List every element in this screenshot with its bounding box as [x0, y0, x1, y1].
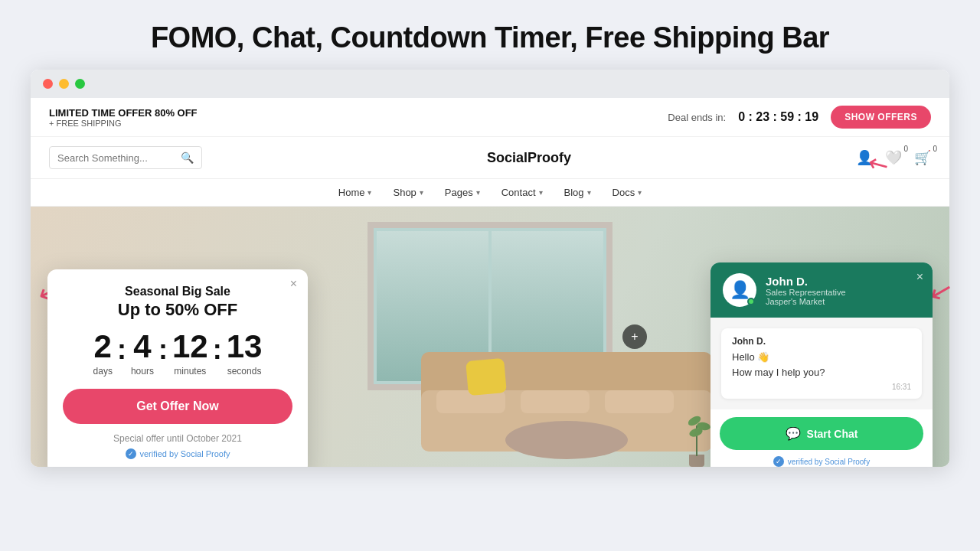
top-bar-right: Deal ends in: 0 : 23 : 59 : 19 SHOW OFFE… — [668, 106, 931, 129]
cart-count: 0 — [933, 145, 937, 153]
deal-ends-label: Deal ends in: — [668, 112, 726, 123]
start-chat-button[interactable]: 💬 Start Chat — [720, 417, 923, 450]
coffee-table — [505, 421, 628, 459]
sofa-cushion-2 — [521, 390, 590, 413]
offer-sub: + FREE SHIPPING — [49, 119, 198, 128]
fomo-separator-3: : — [213, 334, 222, 366]
bubble-timestamp: 16:31 — [732, 383, 911, 391]
fomo-minutes-label: minutes — [174, 366, 206, 377]
start-chat-label: Start Chat — [807, 428, 858, 440]
fomo-days-label: days — [93, 366, 113, 377]
fomo-seconds-label: seconds — [227, 366, 262, 377]
sofa-cushion-3 — [605, 390, 674, 413]
search-box[interactable]: 🔍 — [49, 146, 202, 169]
fomo-subtitle: Up to 50% OFF — [63, 300, 292, 320]
browser-dot-red[interactable] — [43, 79, 53, 89]
fomo-title: Seasonal Big Sale — [63, 285, 292, 298]
countdown-timer: 0 : 23 : 59 : 19 — [738, 110, 818, 124]
fomo-separator-1: : — [117, 334, 126, 366]
hero-area: + + × Seasonal Big Sale Up to 50% OFF 2 … — [31, 207, 949, 467]
browser-dot-green[interactable] — [75, 79, 85, 89]
fomo-verified: ✓ verified by Social Proofy — [63, 448, 292, 459]
chevron-down-icon: ▾ — [368, 188, 371, 197]
agent-company: Jasper's Market — [766, 297, 846, 306]
chat-header-info: John D. Sales Representative Jasper's Ma… — [766, 275, 846, 306]
fomo-verified-text: verified by Social Proofy — [140, 449, 230, 458]
search-input[interactable] — [57, 152, 175, 164]
fomo-minutes-value: 12 — [172, 331, 208, 363]
fomo-cta-button[interactable]: Get Offer Now — [63, 389, 292, 424]
menu-item-blog[interactable]: Blog ▾ — [564, 187, 591, 198]
browser-window: LIMITED TIME OFFER 80% OFF + FREE SHIPPI… — [31, 70, 949, 467]
wishlist-count: 0 — [903, 145, 908, 153]
chat-verified-icon: ✓ — [773, 456, 784, 467]
fomo-hours-label: hours — [131, 366, 154, 377]
nav-bar: 🔍 SocialProofy 👤 🤍 0 🛒 0 — [31, 137, 949, 179]
fomo-hours: 4 hours — [131, 331, 154, 377]
offer-title: LIMITED TIME OFFER 80% OFF — [49, 107, 198, 119]
chat-header: 👤 John D. Sales Representative Jasper's … — [710, 262, 933, 318]
fomo-seconds-value: 13 — [227, 331, 263, 363]
chat-widget: 👤 John D. Sales Representative Jasper's … — [710, 262, 933, 467]
chevron-down-icon: ▾ — [638, 188, 642, 197]
agent-avatar: 👤 — [723, 273, 756, 307]
chevron-down-icon: ▾ — [476, 188, 480, 197]
plant-illustration — [681, 406, 712, 467]
menu-item-shop[interactable]: Shop ▾ — [393, 187, 423, 198]
top-bar: LIMITED TIME OFFER 80% OFF + FREE SHIPPI… — [31, 98, 949, 137]
fomo-days-value: 2 — [94, 331, 112, 363]
menu-bar: Home ▾ Shop ▾ Pages ▾ Contact ▾ Blog ▾ D… — [31, 179, 949, 207]
chevron-down-icon: ▾ — [587, 188, 591, 197]
plant-pot — [689, 455, 704, 467]
fomo-close-button[interactable]: × — [290, 277, 297, 291]
chat-verified-text: verified by Social Proofy — [788, 458, 870, 466]
chat-verified: ✓ verified by Social Proofy — [720, 456, 923, 467]
verified-icon: ✓ — [126, 448, 136, 459]
store-content: LIMITED TIME OFFER 80% OFF + FREE SHIPPI… — [31, 98, 949, 467]
chat-close-button[interactable]: × — [916, 270, 923, 284]
sofa-pillow — [466, 358, 507, 396]
whatsapp-icon: 💬 — [786, 426, 801, 441]
menu-item-docs[interactable]: Docs ▾ — [612, 187, 642, 198]
fomo-hours-value: 4 — [133, 331, 151, 363]
agent-role: Sales Representative — [766, 288, 846, 297]
fomo-separator-2: : — [158, 334, 168, 366]
menu-item-home[interactable]: Home ▾ — [338, 187, 372, 198]
menu-item-pages[interactable]: Pages ▾ — [445, 187, 480, 198]
search-icon: 🔍 — [181, 152, 194, 164]
fomo-seconds: 13 seconds — [227, 331, 263, 377]
chat-bubble: John D. Hello 👋 How may I help you? 16:3… — [721, 328, 922, 399]
bubble-line-1: Hello 👋 — [732, 350, 911, 365]
fomo-timer: 2 days : 4 hours : 12 minutes : — [63, 331, 292, 377]
fomo-minutes: 12 minutes — [172, 331, 208, 377]
chat-footer: 💬 Start Chat ✓ verified by Social Proofy — [710, 409, 933, 467]
fomo-popup: × Seasonal Big Sale Up to 50% OFF 2 days… — [47, 269, 308, 467]
chat-body: John D. Hello 👋 How may I help you? 16:3… — [710, 318, 933, 409]
fomo-footer-text: Special offer until October 2021 — [63, 433, 292, 444]
online-status-dot — [747, 298, 755, 305]
bubble-sender-name: John D. — [732, 336, 911, 347]
bubble-line-2: How may I help you? — [732, 365, 911, 380]
page-title: FOMO, Chat, Countdown Timer, Free Shippi… — [0, 0, 980, 70]
store-logo: SocialProofy — [487, 150, 571, 166]
chevron-down-icon: ▾ — [539, 188, 543, 197]
fomo-days: 2 days — [93, 331, 113, 377]
cart-icon[interactable]: 🛒 0 — [914, 149, 931, 166]
chevron-down-icon: ▾ — [420, 188, 423, 197]
agent-name: John D. — [766, 275, 846, 288]
menu-item-contact[interactable]: Contact ▾ — [501, 187, 543, 198]
top-bar-left: LIMITED TIME OFFER 80% OFF + FREE SHIPPI… — [49, 107, 198, 128]
browser-dot-yellow[interactable] — [59, 79, 69, 89]
carousel-next-button[interactable]: + — [622, 324, 647, 349]
browser-bar — [31, 70, 949, 98]
show-offers-button[interactable]: SHOW OFFERS — [831, 106, 931, 129]
